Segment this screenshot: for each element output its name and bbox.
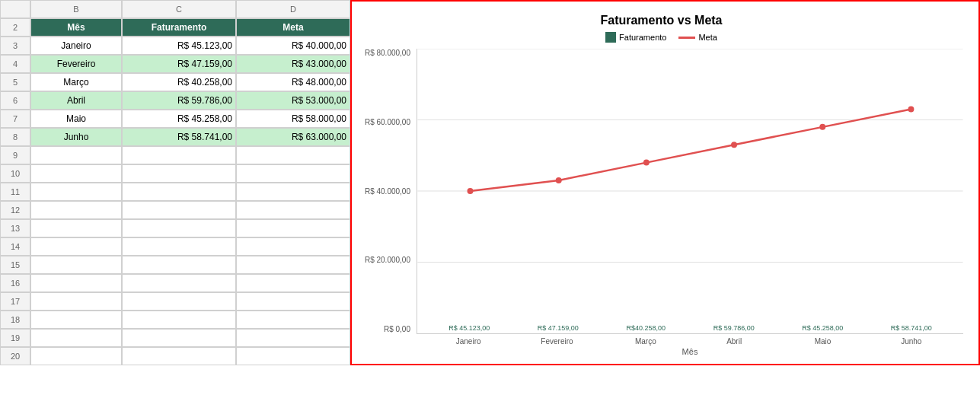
chart-area: Faturamento vs Meta Faturamento Meta R$ … — [350, 0, 980, 365]
row-10-b — [30, 164, 122, 183]
spreadsheet: B C D Faturamento vs Meta Faturamento Me… — [0, 0, 980, 395]
bar-group-maio: R$ 45.258,00 — [802, 324, 843, 333]
row-17-header: 17 — [0, 292, 30, 311]
y-label-60k: R$ 60.000,00 — [365, 118, 410, 126]
y-label-20k: R$ 20.000,00 — [365, 256, 410, 264]
row-8-header: 8 — [0, 128, 30, 146]
mes-header: Mês — [30, 18, 122, 37]
row-8-mes: Junho — [30, 128, 122, 146]
row-14-b — [30, 237, 122, 256]
row-9-header: 9 — [0, 146, 30, 164]
bar-label-3: R$ 59.786,00 — [713, 324, 755, 332]
row-18-d — [236, 311, 350, 329]
row-11-c — [122, 183, 236, 201]
row-15-b — [30, 256, 122, 274]
row-19-c — [122, 329, 236, 347]
row-10-c — [122, 164, 236, 183]
row-9-c — [122, 146, 236, 164]
row-6-fat: R$ 59.786,00 — [122, 91, 236, 110]
bar-label-0: R$ 45.123,00 — [449, 324, 490, 332]
bar-group-março: R$40.258,00 — [626, 324, 666, 333]
row-5-mes: Março — [30, 73, 122, 91]
row-17-d — [236, 292, 350, 311]
bar-label-2: R$40.258,00 — [626, 324, 666, 332]
row-3-header: 3 — [0, 37, 30, 55]
x-label-2: Março — [626, 337, 666, 346]
row-7-meta: R$ 58.000,00 — [236, 110, 350, 128]
row-12-b — [30, 201, 122, 219]
x-axis-title: Mês — [417, 347, 963, 356]
x-labels: JaneiroFevereiroMarçoAbrilMaioJunho — [417, 334, 963, 346]
row-16-b — [30, 274, 122, 292]
row-11-header: 11 — [0, 183, 30, 201]
row-18-c — [122, 311, 236, 329]
row-4-header: 4 — [0, 55, 30, 73]
row-3-fat: R$ 45.123,00 — [122, 37, 236, 55]
x-label-4: Maio — [803, 337, 842, 346]
row-7-fat: R$ 45.258,00 — [122, 110, 236, 128]
row-6-header: 6 — [0, 91, 30, 110]
corner-header — [0, 0, 30, 18]
row-15-c — [122, 256, 236, 274]
row-19-b — [30, 329, 122, 347]
x-label-5: Junho — [892, 337, 931, 346]
row-13-b — [30, 219, 122, 237]
row-8-fat: R$ 58.741,00 — [122, 128, 236, 146]
row-19-d — [236, 329, 350, 347]
chart-inner: R$ 45.123,00R$ 47.159,00R$40.258,00R$ 59… — [417, 49, 963, 356]
row-9-d — [236, 146, 350, 164]
row-20-header: 20 — [0, 347, 30, 365]
row-13-c — [122, 219, 236, 237]
legend-faturamento: Faturamento — [605, 32, 666, 43]
row-19-header: 19 — [0, 329, 30, 347]
row-2-header: 2 — [0, 18, 30, 37]
row-9-b — [30, 146, 122, 164]
bar-label-5: R$ 58.741,00 — [891, 324, 932, 332]
meta-header: Meta — [236, 18, 350, 37]
col-c-header: C — [122, 0, 236, 18]
legend-meta: Meta — [678, 33, 717, 42]
row-20-c — [122, 347, 236, 365]
row-14-c — [122, 237, 236, 256]
row-20-d — [236, 347, 350, 365]
row-11-d — [236, 183, 350, 201]
row-14-header: 14 — [0, 237, 30, 256]
bar-group-junho: R$ 58.741,00 — [891, 324, 932, 333]
row-13-header: 13 — [0, 219, 30, 237]
bar-group-abril: R$ 59.786,00 — [713, 324, 755, 333]
row-4-mes: Fevereiro — [30, 55, 122, 73]
x-label-1: Fevereiro — [537, 337, 576, 346]
bar-label-1: R$ 47.159,00 — [538, 324, 579, 332]
y-label-0: R$ 0,00 — [384, 325, 410, 333]
row-12-d — [236, 201, 350, 219]
bars-area: R$ 45.123,00R$ 47.159,00R$40.258,00R$ 59… — [417, 49, 963, 334]
legend-faturamento-box — [605, 32, 616, 43]
y-label-40k: R$ 40.000,00 — [365, 187, 410, 196]
row-12-c — [122, 201, 236, 219]
legend-faturamento-label: Faturamento — [619, 33, 666, 42]
row-8-meta: R$ 63.000,00 — [236, 128, 350, 146]
row-18-b — [30, 311, 122, 329]
row-6-mes: Abril — [30, 91, 122, 110]
row-10-d — [236, 164, 350, 183]
y-axis: R$ 80.000,00 R$ 60.000,00 R$ 40.000,00 R… — [359, 49, 417, 356]
legend-meta-label: Meta — [698, 33, 717, 42]
row-3-mes: Janeiro — [30, 37, 122, 55]
row-14-d — [236, 237, 350, 256]
chart-title: Faturamento vs Meta — [359, 14, 963, 27]
bar-label-4: R$ 45.258,00 — [802, 324, 843, 332]
row-7-header: 7 — [0, 110, 30, 128]
bar-group-janeiro: R$ 45.123,00 — [449, 324, 490, 333]
faturamento-header: Faturamento — [122, 18, 236, 37]
row-5-meta: R$ 48.000,00 — [236, 73, 350, 91]
bars-container: R$ 45.123,00R$ 47.159,00R$40.258,00R$ 59… — [417, 49, 963, 333]
row-17-c — [122, 292, 236, 311]
row-16-c — [122, 274, 236, 292]
row-10-header: 10 — [0, 164, 30, 183]
row-15-d — [236, 256, 350, 274]
row-4-fat: R$ 47.159,00 — [122, 55, 236, 73]
row-18-header: 18 — [0, 311, 30, 329]
row-20-b — [30, 347, 122, 365]
row-12-header: 12 — [0, 201, 30, 219]
row-5-fat: R$ 40.258,00 — [122, 73, 236, 91]
